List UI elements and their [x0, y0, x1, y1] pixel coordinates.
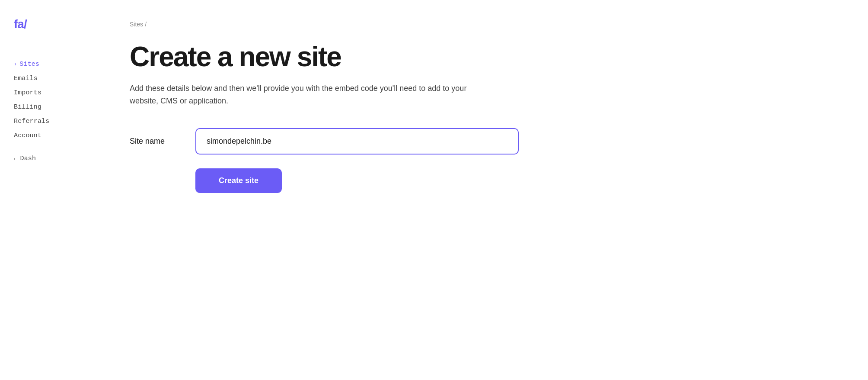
sidebar-item-label: Emails — [14, 75, 38, 82]
sidebar-item-label: Sites — [19, 61, 39, 68]
sidebar-item-imports[interactable]: Imports — [14, 86, 81, 100]
breadcrumb: Sites / — [130, 21, 833, 28]
sidebar-item-referrals[interactable]: Referrals — [14, 114, 81, 129]
sidebar: fa/ › Sites Emails Imports Billing Refer… — [0, 0, 95, 380]
logo-text: fa — [14, 17, 24, 31]
create-site-button[interactable]: Create site — [195, 168, 282, 193]
logo: fa/ — [14, 17, 81, 31]
sidebar-item-label: Referrals — [14, 118, 49, 125]
sidebar-item-emails[interactable]: Emails — [14, 71, 81, 86]
sidebar-item-label: Imports — [14, 89, 41, 97]
breadcrumb-sites-link[interactable]: Sites — [130, 21, 143, 28]
sidebar-nav: › Sites Emails Imports Billing Referrals… — [14, 57, 81, 166]
sidebar-item-sites[interactable]: › Sites — [14, 57, 81, 71]
chevron-right-icon: › — [14, 61, 17, 68]
main-content: Sites / Create a new site Add these deta… — [95, 0, 868, 380]
back-arrow-icon: ← — [14, 155, 18, 162]
sidebar-item-label: Billing — [14, 103, 41, 111]
sidebar-item-billing[interactable]: Billing — [14, 100, 81, 114]
page-description: Add these details below and then we'll p… — [130, 82, 475, 107]
site-name-row: Site name — [130, 128, 519, 155]
site-name-input[interactable] — [195, 128, 519, 155]
breadcrumb-separator: / — [145, 21, 147, 28]
logo-slash: / — [24, 17, 27, 31]
sidebar-item-label: Dash — [20, 155, 36, 162]
page-title: Create a new site — [130, 42, 833, 72]
sidebar-item-label: Account — [14, 132, 41, 139]
sidebar-item-dash[interactable]: ← Dash — [14, 151, 81, 166]
site-name-label: Site name — [130, 137, 182, 146]
create-site-form: Site name Create site — [130, 128, 519, 193]
sidebar-item-account[interactable]: Account — [14, 129, 81, 143]
